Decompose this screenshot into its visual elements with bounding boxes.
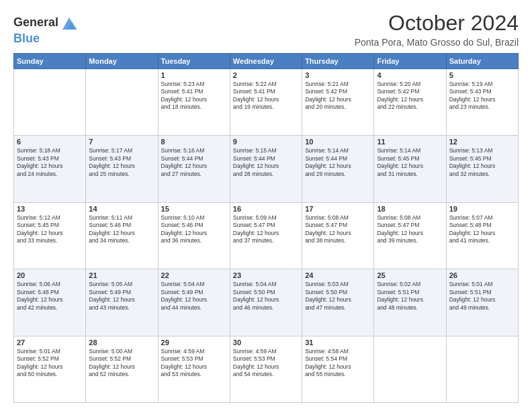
logo-general: General <box>13 15 58 29</box>
calendar-week-row: 13Sunrise: 5:12 AM Sunset: 5:45 PM Dayli… <box>14 202 519 269</box>
table-row: 14Sunrise: 5:11 AM Sunset: 5:46 PM Dayli… <box>86 202 158 269</box>
day-info: Sunrise: 5:10 AM Sunset: 5:46 PM Dayligh… <box>161 214 227 245</box>
day-number: 21 <box>89 271 154 279</box>
day-number: 5 <box>449 71 515 79</box>
day-number: 11 <box>377 138 443 146</box>
table-row: 16Sunrise: 5:09 AM Sunset: 5:47 PM Dayli… <box>230 202 302 269</box>
table-row: 4Sunrise: 5:20 AM Sunset: 5:42 PM Daylig… <box>374 69 446 136</box>
day-info: Sunrise: 5:15 AM Sunset: 5:44 PM Dayligh… <box>233 147 299 178</box>
day-number: 22 <box>161 271 227 279</box>
calendar-week-row: 20Sunrise: 5:06 AM Sunset: 5:48 PM Dayli… <box>14 269 519 336</box>
day-number: 7 <box>89 138 154 146</box>
day-number: 29 <box>161 338 227 347</box>
table-row: 30Sunrise: 4:59 AM Sunset: 5:53 PM Dayli… <box>230 336 302 402</box>
day-number: 31 <box>305 338 371 347</box>
day-info: Sunrise: 5:08 AM Sunset: 5:47 PM Dayligh… <box>377 214 443 245</box>
day-number: 19 <box>449 205 515 213</box>
calendar-week-row: 6Sunrise: 5:18 AM Sunset: 5:43 PM Daylig… <box>14 136 519 202</box>
table-row: 20Sunrise: 5:06 AM Sunset: 5:48 PM Dayli… <box>14 269 86 336</box>
table-row: 19Sunrise: 5:07 AM Sunset: 5:48 PM Dayli… <box>446 202 518 269</box>
logo-blue: Blue <box>13 32 40 45</box>
table-row: 18Sunrise: 5:08 AM Sunset: 5:47 PM Dayli… <box>374 202 446 269</box>
table-row <box>374 336 446 402</box>
calendar-table: Sunday Monday Tuesday Wednesday Thursday… <box>13 53 519 403</box>
day-number: 26 <box>449 271 515 279</box>
table-row: 12Sunrise: 5:13 AM Sunset: 5:45 PM Dayli… <box>446 136 518 202</box>
day-info: Sunrise: 5:02 AM Sunset: 5:51 PM Dayligh… <box>377 281 443 312</box>
day-number: 24 <box>305 271 371 279</box>
table-row: 28Sunrise: 5:00 AM Sunset: 5:52 PM Dayli… <box>86 336 158 402</box>
header-monday: Monday <box>86 54 158 69</box>
table-row: 25Sunrise: 5:02 AM Sunset: 5:51 PM Dayli… <box>374 269 446 336</box>
day-info: Sunrise: 5:21 AM Sunset: 5:42 PM Dayligh… <box>305 81 371 111</box>
day-number: 28 <box>89 338 154 347</box>
day-info: Sunrise: 5:13 AM Sunset: 5:45 PM Dayligh… <box>449 147 515 178</box>
calendar-week-row: 27Sunrise: 5:01 AM Sunset: 5:52 PM Dayli… <box>14 336 519 402</box>
calendar-header-row: Sunday Monday Tuesday Wednesday Thursday… <box>14 54 519 69</box>
day-info: Sunrise: 5:04 AM Sunset: 5:50 PM Dayligh… <box>233 281 299 312</box>
table-row <box>446 336 518 402</box>
day-info: Sunrise: 5:09 AM Sunset: 5:47 PM Dayligh… <box>233 214 299 245</box>
table-row: 26Sunrise: 5:01 AM Sunset: 5:51 PM Dayli… <box>446 269 518 336</box>
header: General Blue October 2024 Ponta Pora, Ma… <box>13 11 519 48</box>
header-wednesday: Wednesday <box>230 54 302 69</box>
day-number: 16 <box>233 205 299 213</box>
day-number: 6 <box>17 138 83 146</box>
header-thursday: Thursday <box>302 54 374 69</box>
table-row: 9Sunrise: 5:15 AM Sunset: 5:44 PM Daylig… <box>230 136 302 202</box>
day-info: Sunrise: 5:23 AM Sunset: 5:41 PM Dayligh… <box>161 81 227 111</box>
day-info: Sunrise: 5:07 AM Sunset: 5:48 PM Dayligh… <box>449 214 515 245</box>
day-info: Sunrise: 5:19 AM Sunset: 5:43 PM Dayligh… <box>449 81 515 111</box>
day-info: Sunrise: 5:11 AM Sunset: 5:46 PM Dayligh… <box>89 214 154 245</box>
day-number: 10 <box>305 138 371 146</box>
day-info: Sunrise: 5:04 AM Sunset: 5:49 PM Dayligh… <box>161 281 227 312</box>
day-info: Sunrise: 4:59 AM Sunset: 5:53 PM Dayligh… <box>161 348 227 379</box>
day-number: 8 <box>161 138 227 146</box>
day-number: 27 <box>17 338 83 347</box>
logo: General Blue <box>13 13 79 46</box>
day-info: Sunrise: 5:06 AM Sunset: 5:48 PM Dayligh… <box>17 281 83 312</box>
logo-icon <box>60 13 79 32</box>
day-info: Sunrise: 5:03 AM Sunset: 5:50 PM Dayligh… <box>305 281 371 312</box>
day-number: 30 <box>233 338 299 347</box>
table-row: 31Sunrise: 4:58 AM Sunset: 5:54 PM Dayli… <box>302 336 374 402</box>
day-info: Sunrise: 5:08 AM Sunset: 5:47 PM Dayligh… <box>305 214 371 245</box>
day-info: Sunrise: 5:14 AM Sunset: 5:45 PM Dayligh… <box>377 147 443 178</box>
header-sunday: Sunday <box>14 54 86 69</box>
day-info: Sunrise: 5:20 AM Sunset: 5:42 PM Dayligh… <box>377 81 443 111</box>
day-number: 2 <box>233 71 299 79</box>
day-info: Sunrise: 5:18 AM Sunset: 5:43 PM Dayligh… <box>17 147 83 178</box>
day-info: Sunrise: 5:17 AM Sunset: 5:43 PM Dayligh… <box>89 147 154 178</box>
table-row: 11Sunrise: 5:14 AM Sunset: 5:45 PM Dayli… <box>374 136 446 202</box>
day-number: 14 <box>89 205 154 213</box>
header-friday: Friday <box>374 54 446 69</box>
table-row: 13Sunrise: 5:12 AM Sunset: 5:45 PM Dayli… <box>14 202 86 269</box>
day-number: 12 <box>449 138 515 146</box>
table-row: 10Sunrise: 5:14 AM Sunset: 5:44 PM Dayli… <box>302 136 374 202</box>
day-info: Sunrise: 5:14 AM Sunset: 5:44 PM Dayligh… <box>305 147 371 178</box>
day-number: 18 <box>377 205 443 213</box>
table-row: 23Sunrise: 5:04 AM Sunset: 5:50 PM Dayli… <box>230 269 302 336</box>
table-row: 6Sunrise: 5:18 AM Sunset: 5:43 PM Daylig… <box>14 136 86 202</box>
table-row <box>14 69 86 136</box>
header-tuesday: Tuesday <box>158 54 230 69</box>
table-row: 21Sunrise: 5:05 AM Sunset: 5:49 PM Dayli… <box>86 269 158 336</box>
day-number: 3 <box>305 71 371 79</box>
table-row: 22Sunrise: 5:04 AM Sunset: 5:49 PM Dayli… <box>158 269 230 336</box>
day-info: Sunrise: 5:12 AM Sunset: 5:45 PM Dayligh… <box>17 214 83 245</box>
table-row: 2Sunrise: 5:22 AM Sunset: 5:41 PM Daylig… <box>230 69 302 136</box>
day-info: Sunrise: 5:05 AM Sunset: 5:49 PM Dayligh… <box>89 281 154 312</box>
day-number: 1 <box>161 71 227 79</box>
logo-text: General Blue <box>13 13 79 46</box>
day-info: Sunrise: 4:58 AM Sunset: 5:54 PM Dayligh… <box>305 348 371 379</box>
day-number: 13 <box>17 205 83 213</box>
table-row: 8Sunrise: 5:16 AM Sunset: 5:44 PM Daylig… <box>158 136 230 202</box>
day-number: 23 <box>233 271 299 279</box>
title-block: October 2024 Ponta Pora, Mato Grosso do … <box>355 11 519 48</box>
table-row: 17Sunrise: 5:08 AM Sunset: 5:47 PM Dayli… <box>302 202 374 269</box>
day-number: 17 <box>305 205 371 213</box>
day-number: 15 <box>161 205 227 213</box>
table-row: 5Sunrise: 5:19 AM Sunset: 5:43 PM Daylig… <box>446 69 518 136</box>
day-info: Sunrise: 4:59 AM Sunset: 5:53 PM Dayligh… <box>233 348 299 379</box>
table-row: 15Sunrise: 5:10 AM Sunset: 5:46 PM Dayli… <box>158 202 230 269</box>
